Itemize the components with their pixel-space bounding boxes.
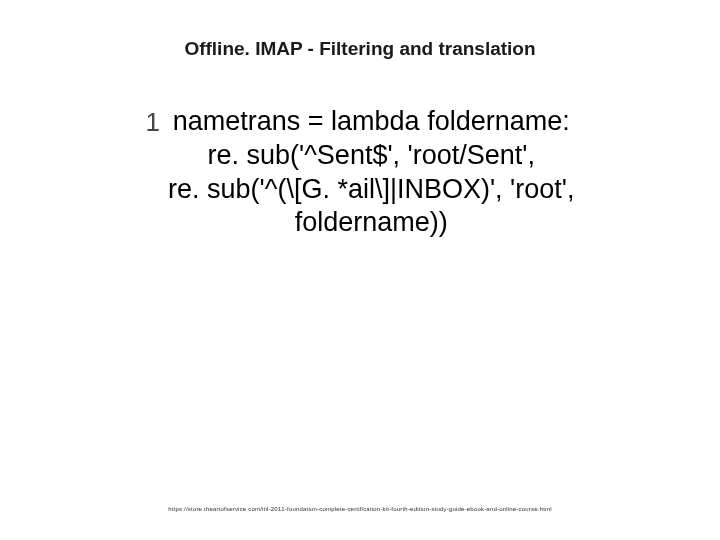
body-line-2: re. sub('^Sent$', 'root/Sent', (208, 140, 535, 170)
slide-title: Offline. IMAP - Filtering and translatio… (0, 38, 720, 60)
body-line-3: re. sub('^(\[G. *ail\]|INBOX)', 'root', (168, 174, 574, 204)
bullet-row: 1 nametrans = lambda foldername: re. sub… (60, 105, 660, 240)
body-line-1: nametrans = lambda foldername: (173, 106, 570, 136)
body-text: nametrans = lambda foldername: re. sub('… (168, 105, 574, 240)
body-line-4: foldername)) (295, 207, 448, 237)
bullet-number: 1 (146, 105, 160, 138)
slide-body: 1 nametrans = lambda foldername: re. sub… (60, 105, 660, 240)
slide: Offline. IMAP - Filtering and translatio… (0, 0, 720, 540)
footer-link: https://store.theartofservice.com/itil-2… (0, 506, 720, 512)
